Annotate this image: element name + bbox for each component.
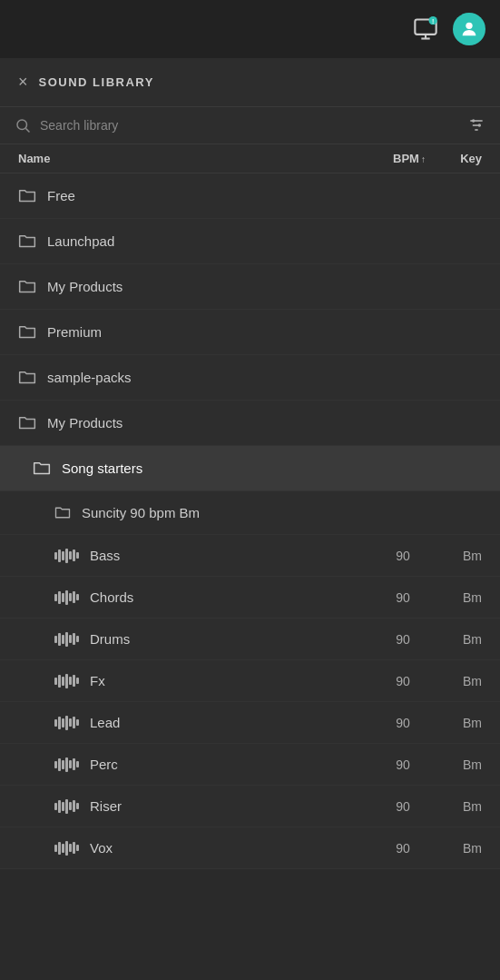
folder-premium-label: Premium — [47, 324, 482, 340]
audio-lead-bpm: 90 — [380, 716, 426, 730]
folder-icon — [33, 459, 51, 478]
waveform-icon — [54, 632, 79, 647]
folder-suncity[interactable]: Suncity 90 bpm Bm — [0, 491, 500, 535]
folder-my-products-1[interactable]: My Products — [0, 264, 500, 310]
audio-bass-name: Bass — [90, 548, 369, 563]
folder-song-starters-label: Song starters — [62, 460, 482, 476]
column-headers: Name BPM↑ Key — [0, 144, 500, 173]
svg-point-6 — [17, 120, 27, 130]
audio-lead-name: Lead — [90, 715, 369, 730]
col-bpm-header[interactable]: BPM↑ — [382, 152, 436, 165]
folder-free-label: Free — [47, 188, 482, 203]
folder-icon — [18, 232, 36, 251]
search-icon — [15, 117, 31, 134]
waveform-icon — [54, 674, 79, 688]
folder-icon — [18, 186, 36, 205]
folder-icon — [54, 504, 71, 521]
audio-perc[interactable]: Perc 90 Bm — [0, 744, 500, 786]
audio-riser-name: Riser — [90, 798, 369, 814]
audio-vox-name: Vox — [90, 840, 369, 856]
folder-song-starters[interactable]: Song starters — [0, 446, 500, 491]
waveform-icon — [54, 757, 79, 772]
folder-my-products-2[interactable]: My Products — [0, 401, 500, 446]
svg-line-7 — [25, 128, 29, 132]
audio-bass-bpm: 90 — [380, 549, 426, 563]
folder-my-products-1-label: My Products — [47, 279, 482, 294]
folder-launchpad[interactable]: Launchpad — [0, 219, 500, 264]
audio-vox-key: Bm — [436, 841, 482, 856]
col-key-header: Key — [436, 152, 482, 165]
user-avatar[interactable] — [453, 13, 485, 45]
audio-drums-name: Drums — [90, 631, 369, 647]
top-bar: ! — [0, 0, 500, 58]
folder-sample-packs-label: sample-packs — [47, 370, 482, 385]
monitor-icon[interactable]: ! — [409, 13, 442, 45]
filter-icon[interactable] — [467, 116, 485, 134]
folder-icon — [18, 413, 36, 432]
audio-riser[interactable]: Riser 90 Bm — [0, 786, 500, 827]
audio-bass-key: Bm — [436, 549, 482, 563]
folder-premium[interactable]: Premium — [0, 310, 500, 355]
audio-fx-name: Fx — [90, 673, 369, 688]
folder-icon — [18, 277, 36, 296]
col-name-header: Name — [18, 152, 382, 165]
audio-perc-bpm: 90 — [380, 757, 426, 772]
svg-point-12 — [478, 124, 481, 126]
audio-vox-bpm: 90 — [380, 841, 426, 856]
waveform-icon — [54, 841, 79, 856]
audio-chords-bpm: 90 — [380, 590, 426, 605]
audio-drums[interactable]: Drums 90 Bm — [0, 619, 500, 660]
audio-drums-bpm: 90 — [380, 632, 426, 647]
folder-sample-packs[interactable]: sample-packs — [0, 355, 500, 401]
audio-chords-key: Bm — [436, 590, 482, 605]
folder-suncity-label: Suncity 90 bpm Bm — [82, 505, 482, 520]
audio-chords[interactable]: Chords 90 Bm — [0, 577, 500, 619]
sound-library-panel: × SOUND LIBRARY Name BPM↑ Key — [0, 58, 500, 869]
folder-launchpad-label: Launchpad — [47, 233, 482, 249]
folder-free[interactable]: Free — [0, 173, 500, 219]
svg-point-11 — [472, 119, 475, 122]
waveform-icon — [54, 716, 79, 730]
audio-bass[interactable]: Bass 90 Bm — [0, 535, 500, 577]
panel-title: SOUND LIBRARY — [39, 75, 154, 89]
waveform-icon — [54, 799, 79, 814]
svg-point-5 — [466, 23, 472, 29]
audio-chords-name: Chords — [90, 589, 369, 605]
folder-icon — [18, 322, 36, 342]
audio-lead-key: Bm — [436, 716, 482, 730]
search-input[interactable] — [40, 118, 458, 133]
waveform-icon — [54, 549, 79, 563]
audio-vox[interactable]: Vox 90 Bm — [0, 827, 500, 869]
library-list: Free Launchpad My Products Premium — [0, 173, 500, 869]
audio-fx-key: Bm — [436, 674, 482, 688]
search-bar — [0, 107, 500, 144]
audio-perc-name: Perc — [90, 757, 369, 772]
audio-fx-bpm: 90 — [380, 674, 426, 688]
close-button[interactable]: × — [18, 73, 28, 92]
audio-drums-key: Bm — [436, 632, 482, 647]
audio-riser-key: Bm — [436, 799, 482, 814]
folder-my-products-2-label: My Products — [47, 415, 482, 431]
svg-text:!: ! — [432, 18, 434, 25]
audio-lead[interactable]: Lead 90 Bm — [0, 702, 500, 744]
audio-riser-bpm: 90 — [380, 799, 426, 814]
audio-perc-key: Bm — [436, 757, 482, 772]
panel-header: × SOUND LIBRARY — [0, 58, 500, 107]
audio-fx[interactable]: Fx 90 Bm — [0, 660, 500, 702]
waveform-icon — [54, 590, 79, 605]
folder-icon — [18, 368, 36, 387]
